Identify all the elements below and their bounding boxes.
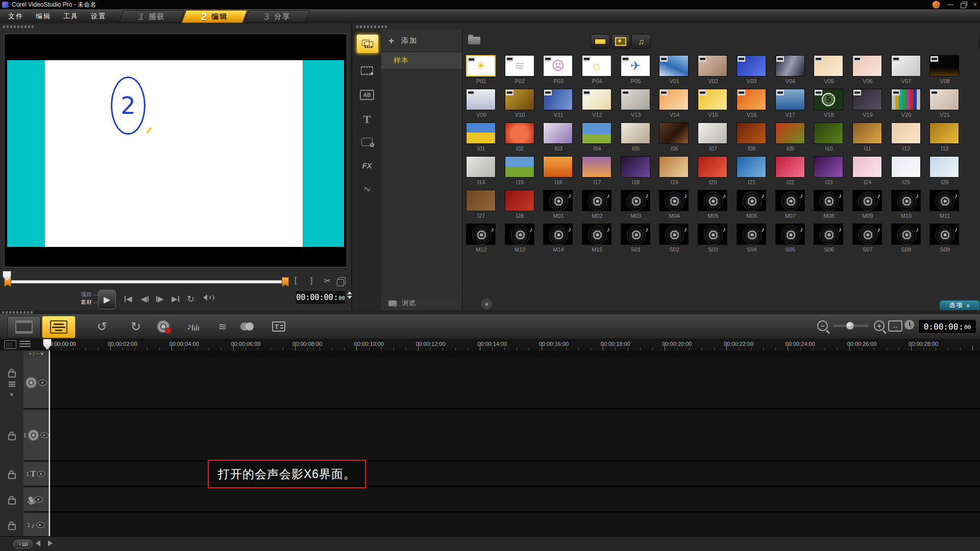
zoom-in-button[interactable]: + xyxy=(874,320,885,331)
media-thumbnail[interactable]: ♪ M14 xyxy=(539,221,578,255)
media-thumbnail[interactable]: ♪ S07 xyxy=(848,221,887,255)
instant-project-icon[interactable] xyxy=(356,61,378,80)
project-mode-label[interactable]: 项目 xyxy=(81,291,92,297)
playhead-line[interactable] xyxy=(48,350,50,537)
video-track-header[interactable] xyxy=(23,357,48,409)
music-track-header[interactable]: 1♪ xyxy=(23,513,48,538)
preview-monitor[interactable]: 2 xyxy=(4,34,347,267)
media-thumbnail[interactable]: I05 xyxy=(617,120,655,154)
mark-out-button[interactable]: ] xyxy=(307,276,316,286)
media-thumbnail[interactable]: V21 xyxy=(925,87,964,120)
storyboard-view-button[interactable] xyxy=(7,316,41,338)
media-thumbnail[interactable]: ♪ M04 xyxy=(655,188,694,221)
menu-item[interactable]: 设置 xyxy=(85,12,112,21)
media-thumbnail[interactable]: ☼ P04 xyxy=(578,53,617,87)
enlarge-preview-icon[interactable] xyxy=(338,277,346,284)
media-thumbnail[interactable]: I17 xyxy=(578,154,617,188)
video-track-lane[interactable] xyxy=(48,357,980,409)
media-thumbnail[interactable]: I10 xyxy=(810,120,848,154)
media-thumbnail[interactable]: V09 xyxy=(462,87,501,120)
eye-icon[interactable] xyxy=(36,522,45,528)
restore-button[interactable] xyxy=(961,3,966,8)
lock-icon[interactable] xyxy=(8,434,16,440)
media-thumbnail[interactable]: V14 xyxy=(655,87,694,120)
step-tab[interactable]: 2 编辑 xyxy=(184,10,245,23)
scroll-left-icon[interactable] xyxy=(36,540,40,546)
media-thumbnail[interactable]: ♪ S06 xyxy=(810,221,848,255)
track-list-icon[interactable] xyxy=(9,382,15,387)
media-icon[interactable] xyxy=(356,34,379,54)
panel-grip[interactable] xyxy=(356,26,388,28)
timeline-timecode[interactable]: 0:00:00:00 xyxy=(918,319,976,334)
media-thumbnail[interactable]: ♪ M01 xyxy=(539,188,578,221)
lock-icon[interactable] xyxy=(8,524,16,530)
end-button[interactable]: ▶ xyxy=(172,294,179,304)
music-track-lane[interactable] xyxy=(48,513,980,538)
fit-project-button[interactable]: ↔ xyxy=(888,320,902,332)
media-thumbnail[interactable]: I13 xyxy=(925,120,964,154)
media-thumbnail[interactable]: I14 xyxy=(462,154,501,188)
media-thumbnail[interactable]: V05 xyxy=(810,53,848,87)
spin-up-icon[interactable] xyxy=(347,291,352,294)
duration-clock-icon[interactable] xyxy=(904,320,914,330)
media-thumbnail[interactable]: I12 xyxy=(887,120,926,154)
media-thumbnail[interactable]: I25 xyxy=(887,154,926,188)
media-thumbnail[interactable]: ♪ M02 xyxy=(578,188,617,221)
media-thumbnail[interactable]: V10 xyxy=(501,87,540,120)
trim-bar[interactable] xyxy=(7,280,286,284)
videos-filter-button[interactable] xyxy=(591,34,610,49)
media-thumbnail[interactable]: ♪ M11 xyxy=(925,188,964,221)
redo-button[interactable]: ↻ xyxy=(126,318,146,335)
gallery-item-sample[interactable]: 样本 xyxy=(381,53,462,69)
media-thumbnail[interactable]: I16 xyxy=(539,154,578,188)
eye-icon[interactable] xyxy=(34,496,43,503)
media-thumbnail[interactable]: V16 xyxy=(732,87,771,120)
menu-item[interactable]: 编辑 xyxy=(30,12,57,21)
import-folder-icon[interactable] xyxy=(468,37,480,44)
media-thumbnail[interactable]: ☀ P01 xyxy=(462,53,501,87)
chevron-down-icon[interactable]: ▾ xyxy=(10,391,13,398)
audio-filter-button[interactable]: ♫ xyxy=(631,34,651,49)
repeat-button[interactable]: ↻ xyxy=(187,294,194,304)
media-thumbnail[interactable]: I15 xyxy=(501,154,540,188)
media-thumbnail[interactable]: ♪ S03 xyxy=(694,221,732,255)
media-thumbnail[interactable]: V01 xyxy=(655,53,694,87)
media-thumbnail[interactable]: I24 xyxy=(848,154,887,188)
menu-item[interactable]: 工具 xyxy=(57,12,85,21)
media-thumbnail[interactable]: I07 xyxy=(694,120,732,154)
media-thumbnail[interactable]: ≋ P02 xyxy=(501,53,540,87)
media-thumbnail[interactable]: I22 xyxy=(771,154,810,188)
voice-track-header[interactable] xyxy=(23,488,48,512)
timeline-ruler[interactable]: 0:00:00:00 00:00:02:0000:00:04:0000:00:0… xyxy=(0,339,980,351)
media-thumbnail[interactable]: V02 xyxy=(694,53,732,87)
media-thumbnail[interactable]: ☹ P03 xyxy=(539,53,578,87)
media-thumbnail[interactable]: I11 xyxy=(848,120,887,154)
ripple-edit-button[interactable]: ≋ xyxy=(212,318,233,335)
media-thumbnail[interactable]: ♪ S04 xyxy=(732,221,771,255)
timeline-zoom-slider[interactable] xyxy=(833,324,869,327)
title-track-header[interactable]: 1T xyxy=(23,462,48,487)
media-thumbnail[interactable]: ♪ M13 xyxy=(501,221,540,255)
track-manager-icon[interactable] xyxy=(4,340,16,349)
mark-in-button[interactable]: [ xyxy=(291,276,300,286)
panel-grip[interactable] xyxy=(2,311,34,314)
record-capture-button[interactable] xyxy=(153,318,174,335)
media-thumbnail[interactable]: V03 xyxy=(732,53,771,87)
media-thumbnail[interactable]: ♪ S08 xyxy=(887,221,926,255)
timeline-view-button[interactable] xyxy=(42,316,76,338)
media-thumbnail[interactable]: ♪ M10 xyxy=(887,188,926,221)
corel-guide-icon[interactable] xyxy=(932,1,940,9)
media-thumbnail[interactable]: V12 xyxy=(578,87,617,120)
media-thumbnail[interactable]: V19 xyxy=(848,87,887,120)
media-thumbnail[interactable]: ♪ S02 xyxy=(655,221,694,255)
volume-button[interactable] xyxy=(200,294,214,300)
media-thumbnail[interactable]: I09 xyxy=(771,120,810,154)
eye-icon[interactable] xyxy=(37,471,45,477)
play-button[interactable]: ▶ xyxy=(98,290,116,309)
voice-track-lane[interactable] xyxy=(48,488,980,512)
media-thumbnail[interactable]: I04 xyxy=(578,120,617,154)
media-thumbnail[interactable]: I21 xyxy=(732,154,771,188)
subtitle-editor-button[interactable]: T xyxy=(268,318,289,335)
previous-frame-button[interactable]: ◀ xyxy=(141,294,149,304)
media-thumbnail[interactable]: V04 xyxy=(771,53,810,87)
